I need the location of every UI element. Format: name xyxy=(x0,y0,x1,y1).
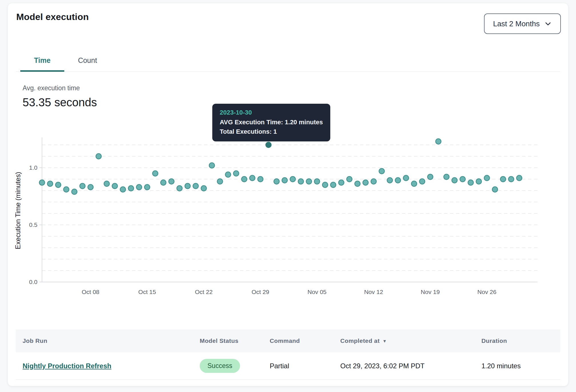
job-runs-table: Job Run Model Status Command Completed a… xyxy=(16,329,560,380)
data-point[interactable] xyxy=(339,180,344,185)
model-execution-card: Model execution Last 2 Months Time Count… xyxy=(7,3,569,386)
data-point[interactable] xyxy=(427,174,433,180)
data-point[interactable] xyxy=(484,175,490,181)
data-point[interactable] xyxy=(128,186,134,191)
data-point[interactable] xyxy=(290,177,295,182)
chevron-down-icon xyxy=(544,20,552,27)
chart-tabs: Time Count xyxy=(16,49,560,72)
data-point[interactable] xyxy=(80,183,85,189)
date-range-value: Last 2 Months xyxy=(493,19,540,28)
data-point[interactable] xyxy=(136,185,142,190)
data-point[interactable] xyxy=(395,178,401,183)
data-point[interactable] xyxy=(201,186,207,191)
data-point[interactable] xyxy=(104,181,109,187)
data-point[interactable] xyxy=(258,177,263,182)
data-point[interactable] xyxy=(363,180,368,185)
y-tick-label: 0.5 xyxy=(29,221,37,228)
data-point[interactable] xyxy=(145,185,150,190)
sort-desc-icon: ▼ xyxy=(383,339,387,343)
column-header-completed-at[interactable]: Completed at ▼ xyxy=(340,337,481,344)
data-point[interactable] xyxy=(403,175,409,181)
data-point[interactable] xyxy=(500,177,506,182)
data-point[interactable] xyxy=(282,178,287,183)
y-tick-label: 1.0 xyxy=(29,164,37,171)
data-point[interactable] xyxy=(120,187,126,192)
data-point[interactable] xyxy=(88,185,93,190)
avg-execution-value: 53.35 seconds xyxy=(23,96,97,109)
data-point[interactable] xyxy=(185,183,190,189)
data-point[interactable] xyxy=(274,179,279,184)
data-point[interactable] xyxy=(387,178,393,183)
job-run-link[interactable]: Nightly Production Refresh xyxy=(23,362,111,370)
data-point[interactable] xyxy=(355,181,360,187)
x-tick-label: Nov 19 xyxy=(421,289,440,295)
x-tick-label: Oct 29 xyxy=(251,289,269,295)
tooltip-avg-line: AVG Execution Time: 1.20 minutes xyxy=(220,117,323,127)
column-header-command: Command xyxy=(270,337,340,344)
x-tick-label: Nov 26 xyxy=(477,289,497,295)
data-point[interactable] xyxy=(96,154,101,159)
data-point[interactable] xyxy=(39,180,45,185)
data-point-highlighted[interactable] xyxy=(266,142,271,148)
data-point[interactable] xyxy=(225,172,231,177)
data-point[interactable] xyxy=(72,189,77,195)
command-cell: Partial xyxy=(270,362,340,370)
data-point[interactable] xyxy=(492,187,498,192)
data-point[interactable] xyxy=(217,179,223,184)
x-tick-label: Nov 05 xyxy=(307,289,327,295)
tab-time[interactable]: Time xyxy=(20,49,64,72)
table-row: Nightly Production Refresh Success Parti… xyxy=(16,352,560,380)
data-point[interactable] xyxy=(436,139,441,144)
data-point[interactable] xyxy=(233,171,239,176)
data-point[interactable] xyxy=(209,163,215,168)
tooltip-date: 2023-10-30 xyxy=(220,108,323,117)
tooltip-total-line: Total Executions: 1 xyxy=(220,127,323,136)
data-point[interactable] xyxy=(55,182,61,188)
tab-count[interactable]: Count xyxy=(64,49,111,72)
data-point[interactable] xyxy=(169,179,174,184)
status-badge: Success xyxy=(200,359,240,373)
page-title: Model execution xyxy=(16,12,89,22)
duration-cell: 1.20 minutes xyxy=(481,362,553,370)
x-tick-label: Oct 08 xyxy=(82,289,99,295)
data-point[interactable] xyxy=(47,181,53,187)
data-point[interactable] xyxy=(322,182,328,188)
data-point[interactable] xyxy=(444,174,449,180)
data-point[interactable] xyxy=(411,181,417,187)
data-point[interactable] xyxy=(306,179,312,184)
data-point[interactable] xyxy=(177,186,182,191)
data-point[interactable] xyxy=(193,183,198,189)
data-point[interactable] xyxy=(153,171,158,176)
data-point[interactable] xyxy=(460,177,465,182)
column-header-duration: Duration xyxy=(481,337,553,344)
chart-tooltip: 2023-10-30 AVG Execution Time: 1.20 minu… xyxy=(212,104,330,141)
data-point[interactable] xyxy=(250,175,255,181)
x-tick-label: Nov 12 xyxy=(364,289,383,295)
data-point[interactable] xyxy=(468,180,473,185)
x-tick-label: Oct 15 xyxy=(138,289,156,295)
data-point[interactable] xyxy=(241,177,247,182)
avg-execution-summary: Avg. execution time 53.35 seconds xyxy=(23,84,97,109)
data-point[interactable] xyxy=(161,180,166,185)
column-header-job-run: Job Run xyxy=(23,337,200,344)
data-point[interactable] xyxy=(331,182,336,188)
y-axis-title: Execution Time (minutes) xyxy=(14,172,22,249)
date-range-dropdown[interactable]: Last 2 Months xyxy=(484,13,561,34)
data-point[interactable] xyxy=(314,179,320,184)
execution-chart: 0.00.51.0Oct 08Oct 15Oct 22Oct 29Nov 05N… xyxy=(12,135,543,303)
data-point[interactable] xyxy=(347,177,352,182)
data-point[interactable] xyxy=(298,179,303,184)
card-header: Model execution Last 2 Months xyxy=(16,12,561,34)
data-point[interactable] xyxy=(379,169,385,174)
data-point[interactable] xyxy=(508,177,514,182)
data-point[interactable] xyxy=(517,175,522,181)
data-point[interactable] xyxy=(419,179,425,184)
completed-at-cell: Oct 29, 2023, 6:02 PM PDT xyxy=(340,362,481,370)
data-point[interactable] xyxy=(476,179,481,184)
table-header-row: Job Run Model Status Command Completed a… xyxy=(16,329,560,352)
data-point[interactable] xyxy=(63,187,69,192)
data-point[interactable] xyxy=(371,179,376,184)
data-point[interactable] xyxy=(112,183,117,189)
completed-at-label: Completed at xyxy=(340,337,380,344)
data-point[interactable] xyxy=(452,178,457,183)
